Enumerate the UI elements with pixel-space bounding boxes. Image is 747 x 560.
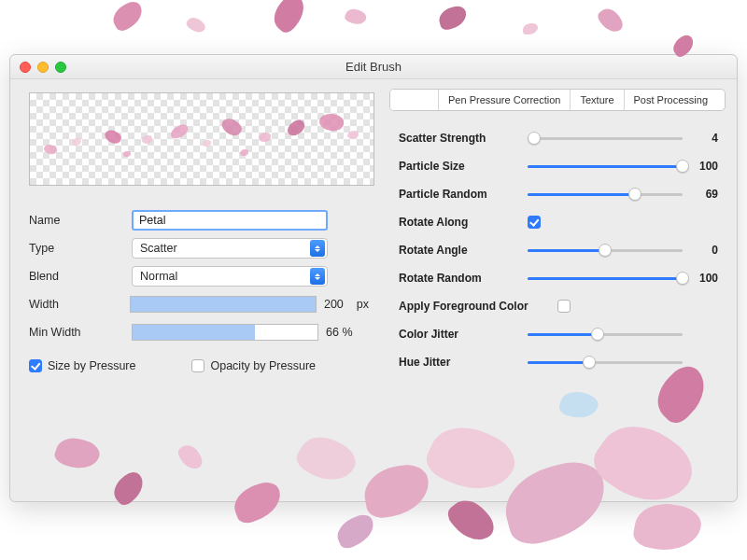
scatter-strength-label: Scatter Strength	[399, 132, 518, 145]
brush-form: Name Type Scatter Blend Normal	[29, 206, 369, 380]
checkbox-icon	[29, 359, 42, 372]
checkbox-icon	[528, 216, 541, 229]
scatter-strength-slider[interactable]	[528, 132, 683, 145]
rotate-random-label: Rotate Random	[399, 272, 518, 285]
blend-label: Blend	[29, 270, 132, 283]
width-label: Width	[29, 298, 130, 311]
width-field[interactable]	[130, 296, 317, 313]
minwidth-fill	[133, 325, 255, 340]
size-by-pressure-checkbox[interactable]: Size by Pressure	[29, 359, 135, 372]
scatter-strength-value: 4	[692, 132, 718, 145]
particle-size-label: Particle Size	[399, 160, 518, 173]
rotate-along-label: Rotate Along	[399, 216, 518, 229]
particle-size-value: 100	[692, 160, 718, 173]
apply-fg-checkbox[interactable]	[557, 300, 571, 313]
blend-select[interactable]: Normal	[132, 266, 328, 287]
color-jitter-label: Color Jitter	[399, 328, 518, 341]
checkbox-icon	[191, 359, 204, 372]
width-value: 200	[324, 298, 344, 311]
tabs: Pen Pressure Correction Texture Post Pro…	[389, 89, 726, 111]
color-jitter-slider[interactable]	[528, 328, 683, 341]
tab-scatter[interactable]	[390, 90, 439, 110]
window-controls	[20, 62, 66, 73]
name-input[interactable]	[132, 210, 328, 231]
rotate-random-slider[interactable]	[528, 272, 683, 285]
minwidth-field[interactable]	[132, 324, 318, 341]
content: Name Type Scatter Blend Normal	[10, 79, 737, 501]
edit-brush-window: Edit Brush	[9, 54, 738, 502]
particle-size-slider[interactable]	[528, 160, 683, 173]
checkbox-icon	[557, 300, 571, 313]
opacity-by-pressure-label: Opacity by Pressure	[210, 359, 316, 372]
particle-random-label: Particle Random	[399, 188, 518, 201]
titlebar: Edit Brush	[10, 55, 737, 79]
rotate-angle-value: 0	[692, 244, 718, 257]
particle-random-value: 69	[692, 188, 718, 201]
minwidth-value: 66 %	[326, 326, 353, 339]
zoom-icon[interactable]	[55, 62, 66, 73]
name-label: Name	[29, 214, 132, 227]
close-icon[interactable]	[20, 62, 31, 73]
hue-jitter-slider[interactable]	[528, 356, 683, 369]
size-by-pressure-label: Size by Pressure	[48, 359, 135, 372]
tab-post-processing[interactable]: Post Processing	[625, 90, 717, 110]
apply-fg-label: Apply Foreground Color	[399, 300, 548, 313]
rotate-random-value: 100	[692, 272, 718, 285]
rotate-angle-slider[interactable]	[528, 244, 683, 257]
opacity-by-pressure-checkbox[interactable]: Opacity by Pressure	[191, 359, 316, 372]
tab-panel: Scatter Strength 4 Particle Size 100 Par…	[389, 120, 726, 384]
tab-pen-pressure[interactable]: Pen Pressure Correction	[439, 90, 571, 110]
tab-texture[interactable]: Texture	[571, 90, 624, 110]
width-fill	[131, 297, 316, 312]
particle-random-slider[interactable]	[528, 188, 683, 201]
left-panel: Name Type Scatter Blend Normal	[10, 79, 384, 501]
minwidth-label: Min Width	[29, 326, 132, 339]
blend-value: Normal	[140, 270, 177, 283]
width-unit: px	[357, 298, 369, 311]
type-select[interactable]: Scatter	[132, 238, 328, 259]
chevron-updown-icon	[310, 240, 325, 257]
brush-preview	[29, 92, 374, 186]
right-panel: Pen Pressure Correction Texture Post Pro…	[384, 79, 737, 501]
rotate-along-checkbox[interactable]	[528, 216, 541, 229]
hue-jitter-label: Hue Jitter	[399, 356, 518, 369]
rotate-angle-label: Rotate Angle	[399, 244, 518, 257]
chevron-updown-icon	[310, 268, 325, 285]
minimize-icon[interactable]	[37, 62, 49, 73]
window-title: Edit Brush	[345, 60, 402, 74]
type-label: Type	[29, 242, 132, 255]
type-value: Scatter	[140, 242, 177, 255]
